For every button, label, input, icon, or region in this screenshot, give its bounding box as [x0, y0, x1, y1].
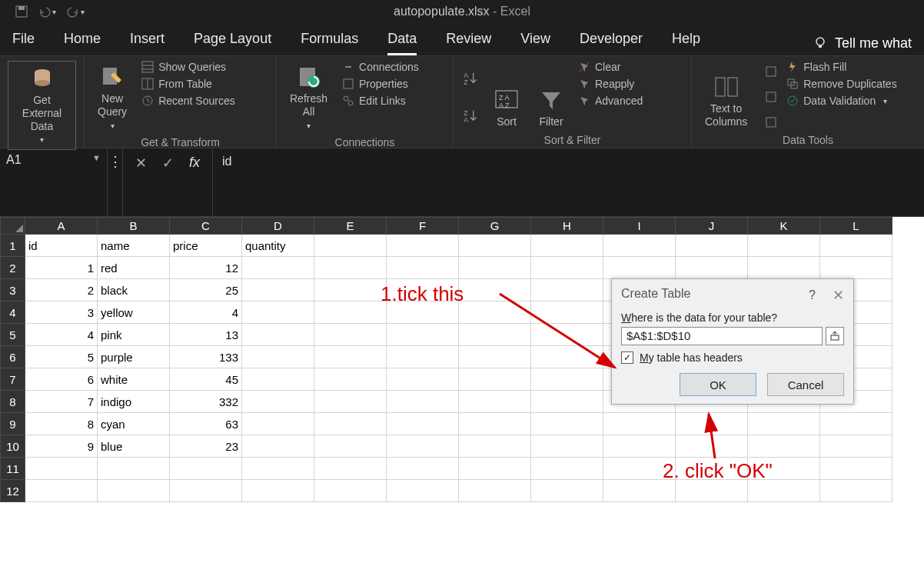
cell[interactable]: [459, 257, 531, 279]
cell[interactable]: [242, 301, 314, 324]
cell[interactable]: [98, 480, 170, 502]
cell[interactable]: [676, 435, 748, 458]
cell[interactable]: 7: [25, 391, 98, 413]
cell[interactable]: [387, 346, 459, 368]
cell[interactable]: [459, 413, 531, 435]
cell[interactable]: cyan: [98, 413, 170, 435]
cell[interactable]: [820, 435, 892, 458]
cell[interactable]: 23: [170, 435, 242, 458]
cell[interactable]: [242, 480, 314, 502]
cell[interactable]: [242, 413, 314, 435]
col-header[interactable]: L: [820, 218, 892, 235]
cell[interactable]: [25, 458, 98, 480]
dialog-close-icon[interactable]: ✕: [833, 287, 844, 304]
cell[interactable]: [748, 480, 820, 502]
fx-button[interactable]: fx: [189, 155, 200, 171]
headers-checkbox[interactable]: ✓: [621, 351, 633, 364]
name-box[interactable]: A1 ▼: [0, 148, 108, 216]
cell[interactable]: [25, 480, 98, 502]
cell[interactable]: [387, 458, 459, 480]
tab-file[interactable]: File: [12, 31, 35, 55]
cell[interactable]: 25: [170, 279, 242, 301]
select-all-corner[interactable]: [1, 218, 25, 235]
cell[interactable]: [170, 480, 242, 502]
cell[interactable]: red: [98, 257, 170, 279]
row-header[interactable]: 2: [1, 257, 25, 279]
cell[interactable]: [459, 391, 531, 413]
cell[interactable]: blue: [98, 435, 170, 458]
cell[interactable]: [314, 435, 387, 458]
tab-formulas[interactable]: Formulas: [301, 31, 358, 55]
cell[interactable]: quantity: [242, 235, 314, 257]
cell[interactable]: 45: [170, 368, 242, 391]
cell[interactable]: [387, 413, 459, 435]
cell[interactable]: [387, 480, 459, 502]
tab-data[interactable]: Data: [387, 31, 417, 55]
cell[interactable]: [748, 257, 820, 279]
cell[interactable]: [748, 458, 820, 480]
row-header[interactable]: 9: [1, 413, 25, 435]
cell[interactable]: black: [98, 279, 170, 301]
col-header[interactable]: C: [170, 218, 242, 235]
cell[interactable]: [459, 435, 531, 458]
cell[interactable]: [459, 279, 531, 301]
refresh-all-button[interactable]: Refresh All ▾: [284, 61, 333, 135]
cell[interactable]: 3: [25, 301, 98, 324]
sort-asc-icon[interactable]: AZ: [461, 70, 480, 85]
row-header[interactable]: 12: [1, 480, 25, 502]
cell[interactable]: [314, 324, 387, 346]
row-header[interactable]: 11: [1, 458, 25, 480]
from-table-button[interactable]: From Table: [141, 78, 235, 90]
cell[interactable]: [531, 257, 603, 279]
cell[interactable]: [459, 235, 531, 257]
cell[interactable]: [531, 435, 603, 458]
cell[interactable]: [531, 413, 603, 435]
cell[interactable]: [242, 435, 314, 458]
tab-home[interactable]: Home: [64, 31, 101, 55]
cell[interactable]: [459, 458, 531, 480]
cell[interactable]: [459, 346, 531, 368]
col-header[interactable]: D: [242, 218, 314, 235]
col-header[interactable]: A: [25, 218, 98, 235]
undo-button[interactable]: ▾: [38, 5, 56, 18]
row-header[interactable]: 7: [1, 368, 25, 391]
cell[interactable]: [531, 458, 603, 480]
cell[interactable]: 4: [170, 301, 242, 324]
cell[interactable]: [459, 480, 531, 502]
col-header[interactable]: J: [676, 218, 748, 235]
cell[interactable]: [387, 324, 459, 346]
col-header[interactable]: H: [531, 218, 603, 235]
col-header[interactable]: K: [748, 218, 820, 235]
row-header[interactable]: 6: [1, 346, 25, 368]
cell[interactable]: [314, 301, 387, 324]
data-validation-button[interactable]: Data Validation▾: [786, 95, 896, 107]
cell[interactable]: 6: [25, 368, 98, 391]
row-header[interactable]: 10: [1, 435, 25, 458]
text-to-columns-button[interactable]: Text to Columns: [700, 61, 753, 132]
cell[interactable]: [314, 257, 387, 279]
cell[interactable]: [387, 279, 459, 301]
tell-me[interactable]: Tell me what: [813, 31, 912, 55]
tab-help[interactable]: Help: [672, 31, 700, 55]
cell[interactable]: [603, 435, 676, 458]
cell[interactable]: [387, 391, 459, 413]
cell[interactable]: [242, 324, 314, 346]
recent-sources-button[interactable]: Recent Sources: [141, 95, 235, 107]
cell[interactable]: [170, 458, 242, 480]
edit-links-button[interactable]: Edit Links: [342, 95, 419, 107]
col-header[interactable]: F: [387, 218, 459, 235]
cell[interactable]: purple: [98, 346, 170, 368]
formula-content[interactable]: id: [213, 148, 924, 216]
cell[interactable]: [387, 235, 459, 257]
cell[interactable]: [314, 346, 387, 368]
cell[interactable]: [98, 458, 170, 480]
dialog-help-icon[interactable]: ?: [809, 288, 816, 302]
cell[interactable]: [820, 480, 892, 502]
cell[interactable]: [242, 458, 314, 480]
cell[interactable]: 4: [25, 324, 98, 346]
cancel-button[interactable]: Cancel: [767, 373, 844, 396]
cell[interactable]: 5: [25, 346, 98, 368]
tab-review[interactable]: Review: [446, 31, 491, 55]
spreadsheet-grid[interactable]: ABCDEFGHIJKL1idnamepricequantity21red123…: [0, 217, 924, 563]
cell[interactable]: 2: [25, 279, 98, 301]
